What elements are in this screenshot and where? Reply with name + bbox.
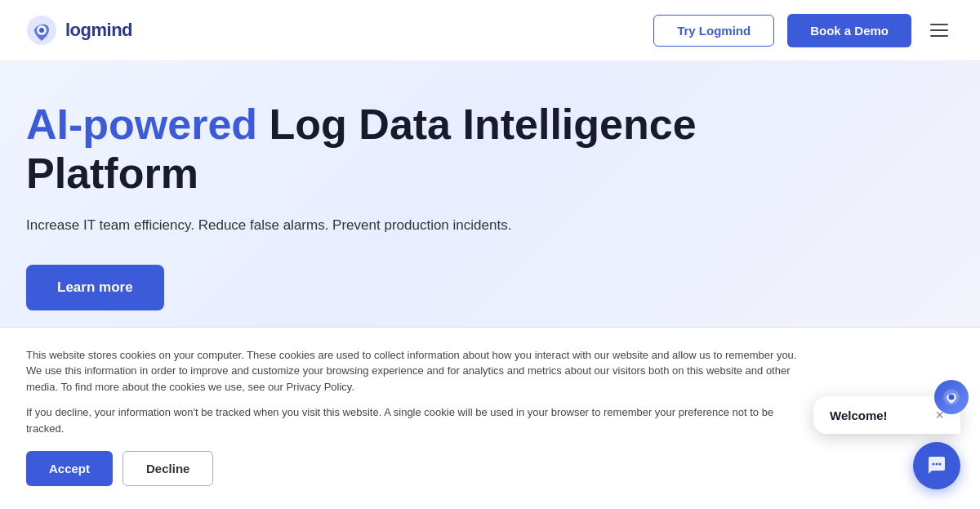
chat-brand-icon (934, 380, 969, 414)
hamburger-line-3 (930, 35, 948, 37)
svg-point-23 (933, 463, 935, 466)
hero-subtitle: Increase IT team efficiency. Reduce fals… (26, 215, 557, 236)
header: logmind Try Logmind Book a Demo (0, 0, 980, 61)
cookie-text-1: This website stores cookies on your comp… (26, 349, 796, 393)
chat-welcome-bubble: Welcome! × (813, 396, 960, 434)
svg-point-22 (949, 395, 955, 400)
logo-icon (26, 15, 57, 46)
logo[interactable]: logmind (26, 15, 132, 46)
cookie-decline-button[interactable]: Decline (122, 451, 213, 486)
chat-open-button[interactable] (913, 442, 960, 489)
chat-widget: Welcome! × (813, 396, 960, 489)
chat-welcome-text: Welcome! (830, 409, 888, 422)
hero-title-accent: AI-powered (26, 100, 257, 148)
menu-toggle-button[interactable] (924, 16, 954, 45)
svg-point-25 (939, 463, 942, 466)
learn-more-button[interactable]: Learn more (26, 265, 164, 310)
hamburger-line-2 (930, 29, 948, 31)
cookie-text-secondary: If you decline, your information won't b… (26, 404, 810, 436)
svg-point-2 (39, 28, 44, 33)
hero-title: AI-powered Log Data Intelligence Platfor… (26, 100, 761, 199)
hamburger-line-1 (930, 24, 948, 25)
header-actions: Try Logmind Book a Demo (653, 14, 954, 47)
cookie-text-main: This website stores cookies on your comp… (26, 347, 810, 395)
chat-brand-svg (942, 388, 960, 406)
chat-bubble-icon-container (934, 380, 969, 414)
book-demo-button[interactable]: Book a Demo (787, 14, 911, 47)
logo-text: logmind (65, 20, 132, 41)
cookie-accept-button[interactable]: Accept (26, 451, 113, 486)
svg-point-24 (936, 463, 938, 466)
try-logmind-button[interactable]: Try Logmind (653, 15, 774, 47)
chat-button-icon (925, 454, 948, 477)
